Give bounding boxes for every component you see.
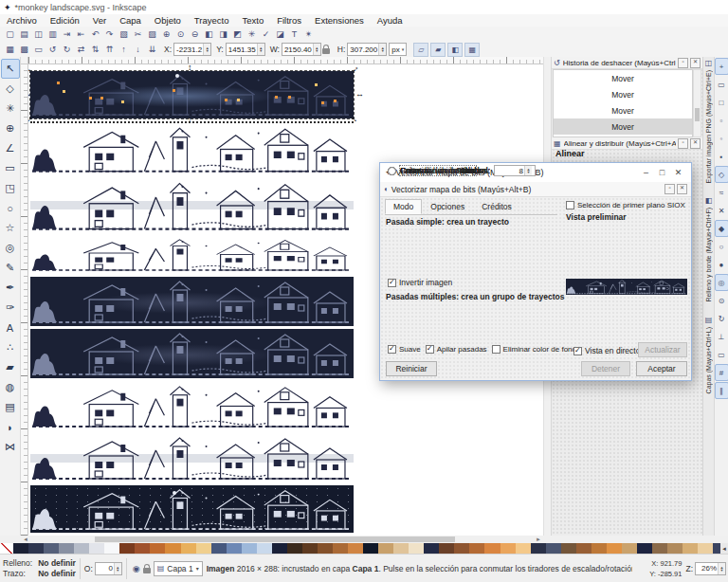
palette-swatch[interactable]: [181, 543, 196, 554]
palette-swatch[interactable]: [682, 543, 698, 554]
transform-gradient-icon[interactable]: ◧: [447, 43, 463, 57]
canvas-trace-strip-7[interactable]: [30, 433, 354, 482]
palette-swatch[interactable]: [257, 543, 272, 554]
node-tool[interactable]: ◇: [1, 79, 20, 99]
palette-swatch[interactable]: [607, 543, 622, 554]
palette-swatch[interactable]: [424, 543, 439, 554]
palette-swatch[interactable]: [74, 543, 89, 554]
menu-item[interactable]: Objeto: [148, 15, 188, 26]
palette-swatch[interactable]: [622, 543, 637, 554]
trace-option-checkbox[interactable]: Apilar pasadas: [426, 345, 487, 354]
paste-icon[interactable]: ▨: [145, 27, 159, 41]
palette-swatch[interactable]: [698, 543, 713, 554]
snap-smooth-node-icon[interactable]: ○: [715, 238, 728, 255]
menu-item[interactable]: Extensiones: [308, 15, 371, 26]
unlink-clone-icon[interactable]: ◩: [230, 27, 245, 41]
lock-dimensions-icon[interactable]: [322, 48, 330, 54]
palette-swatch[interactable]: [576, 543, 592, 554]
w-field[interactable]: 2150.40▲▼: [282, 43, 321, 56]
select-touch-icon[interactable]: ▩: [17, 43, 31, 56]
radio-button[interactable]: [388, 167, 396, 175]
snap-guide-icon[interactable]: ∥: [715, 382, 728, 399]
eraser-tool[interactable]: ▰: [1, 357, 20, 377]
palette-swatch[interactable]: [546, 543, 561, 554]
rotate-cw-icon[interactable]: ↻: [60, 43, 74, 56]
palette-swatch[interactable]: [439, 543, 454, 554]
palette-swatch[interactable]: [104, 543, 119, 554]
invert-image-checkbox[interactable]: Invertir imagen: [388, 278, 452, 287]
menu-item[interactable]: Ver: [86, 15, 113, 26]
palette-swatch[interactable]: [378, 543, 393, 554]
palette-swatch[interactable]: [484, 543, 500, 554]
palette-swatch[interactable]: [409, 543, 424, 554]
redo-icon[interactable]: ↷: [102, 27, 117, 41]
ok-button[interactable]: Aceptar: [636, 361, 687, 376]
palette-swatch[interactable]: [516, 543, 531, 554]
snap-cusp-node-icon[interactable]: ◆: [715, 220, 728, 237]
palette-swatch[interactable]: [242, 543, 257, 554]
palette-swatch[interactable]: [302, 543, 318, 554]
snap-bbox-icon[interactable]: ▭: [715, 76, 728, 93]
star-tool[interactable]: ☆: [1, 218, 20, 238]
canvas-trace-strip-6[interactable]: [30, 382, 354, 430]
new-document-icon[interactable]: ▢: [3, 27, 17, 41]
checkbox-box[interactable]: [492, 345, 500, 354]
palette-swatch[interactable]: [592, 543, 607, 554]
tab-layers[interactable]: ▤ Capas (Mayús+Ctrl+L): [705, 316, 713, 393]
h-field[interactable]: 307.200▲▼: [347, 43, 387, 56]
undo-icon[interactable]: ↶: [88, 27, 102, 41]
export-icon[interactable]: ⇤: [74, 27, 88, 41]
snap-enable-icon[interactable]: +: [715, 58, 728, 75]
print-icon[interactable]: ▥: [46, 27, 60, 41]
palette-overflow-icon[interactable]: ◂: [720, 543, 728, 554]
pencil-tool[interactable]: ✎: [1, 258, 20, 278]
raise-to-top-icon[interactable]: ⇈: [102, 43, 117, 56]
snap-page-icon[interactable]: ▭: [715, 346, 728, 363]
unit-dropdown[interactable]: px▾: [389, 43, 407, 56]
spellcheck-icon[interactable]: ✓: [259, 27, 273, 41]
horizontal-scrollbar-thumb[interactable]: [95, 537, 455, 542]
menu-item[interactable]: Edición: [44, 15, 86, 26]
dialog-tab[interactable]: Opciones: [422, 199, 473, 214]
deselect-icon[interactable]: ▭: [31, 43, 46, 56]
xml-editor-icon[interactable]: ◪: [273, 27, 287, 41]
cut-icon[interactable]: ✂: [131, 27, 145, 41]
scale-handle-n[interactable]: ↕: [188, 64, 192, 72]
palette-swatch[interactable]: [211, 543, 227, 554]
undo-list-scrollbar-thumb[interactable]: [695, 108, 700, 121]
measure-tool[interactable]: ∠: [1, 138, 20, 158]
palette-swatch[interactable]: [469, 543, 484, 554]
snap-nodes-icon[interactable]: ◇: [715, 166, 728, 183]
canvas-trace-strip-1[interactable]: [30, 123, 354, 175]
stroke-value[interactable]: No definir: [38, 569, 76, 579]
panel-close-icon[interactable]: ✕: [690, 58, 701, 68]
spray-tool[interactable]: ∴: [1, 337, 20, 357]
undo-history-item[interactable]: Mover: [554, 118, 692, 135]
flip-vertical-icon[interactable]: ⇅: [88, 43, 102, 56]
palette-swatch[interactable]: [165, 543, 180, 554]
checkbox-box[interactable]: [566, 201, 574, 209]
palette-swatch[interactable]: [531, 543, 546, 554]
live-preview-checkbox[interactable]: Vista en directo: [573, 346, 640, 355]
checkbox-box[interactable]: [388, 279, 396, 287]
select-all-icon[interactable]: ▦: [3, 43, 17, 56]
palette-swatch[interactable]: [28, 543, 44, 554]
ellipse-tool[interactable]: ○: [1, 198, 20, 218]
dropper-tool[interactable]: ◗: [1, 417, 20, 437]
dialog-close-icon[interactable]: ✕: [670, 168, 686, 177]
panel-dock-icon[interactable]: ▫: [678, 138, 688, 149]
menu-item[interactable]: Trayecto: [188, 15, 236, 26]
dialog-tab[interactable]: Modo: [385, 199, 422, 214]
zoom-page-icon[interactable]: ⊙: [173, 27, 188, 41]
canvas-trace-strip-4-inverted[interactable]: [30, 277, 354, 326]
menu-item[interactable]: Filtros: [270, 15, 308, 26]
trace-option-checkbox[interactable]: Suave: [388, 345, 421, 354]
layer-visibility-icon[interactable]: ◉: [133, 564, 140, 573]
menu-item[interactable]: Archivo: [0, 15, 44, 26]
scale-handle-e[interactable]: ↔: [355, 90, 364, 99]
snap-rotation-center-icon[interactable]: ↻: [715, 310, 728, 327]
text-tool[interactable]: A: [1, 318, 20, 337]
pen-tool[interactable]: ✒: [1, 278, 20, 298]
canvas-image-original[interactable]: [30, 71, 354, 118]
copy-icon[interactable]: ▧: [117, 27, 131, 41]
